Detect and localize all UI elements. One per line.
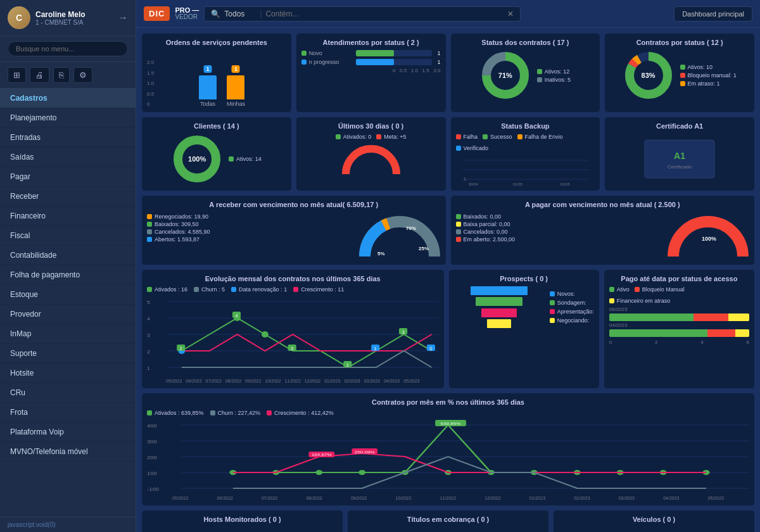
car-icon xyxy=(559,527,749,532)
sidebar-item-estoque[interactable]: Estoque xyxy=(0,285,136,305)
toolbar-print-btn[interactable]: 🖨 xyxy=(30,67,49,83)
widget-a-receber: A receber com vencimento no mês atual( 6… xyxy=(141,195,446,265)
legend-ativos: Ativos: 12 xyxy=(545,68,570,75)
widget-ultimos30: Últimos 30 dias ( 0 ) Ativados: 0 Meta: … xyxy=(296,117,446,191)
search-content-input[interactable] xyxy=(265,10,504,18)
search-clear-icon[interactable]: ✕ xyxy=(507,10,514,18)
a-receber-title: A receber com vencimento no mês atual( 6… xyxy=(147,201,441,208)
widget-ordens-pendentes: Ordens de serviços pendentes 2.01.51.00.… xyxy=(141,33,292,113)
svg-text:200: 200 xyxy=(147,455,157,460)
svg-text:250,09%: 250,09% xyxy=(355,450,376,455)
sidebar-item-suporte[interactable]: Suporte xyxy=(0,344,136,364)
sidebar-item-provedor[interactable]: Provedor xyxy=(0,305,136,324)
sidebar-item-voip[interactable]: Plataforma Voip xyxy=(0,422,136,442)
status-contratos-donut: 71% xyxy=(480,50,531,101)
svg-text:400: 400 xyxy=(147,423,157,428)
avatar: C xyxy=(8,6,30,29)
svg-text:-100: -100 xyxy=(147,486,159,491)
svg-text:3: 3 xyxy=(402,329,404,335)
sidebar-item-fiscal[interactable]: Fiscal xyxy=(0,226,136,246)
svg-text:1: 1 xyxy=(374,346,377,352)
sidebar-item-mvno[interactable]: MVNO/Telefonia móvel xyxy=(0,442,136,462)
sidebar-item-planejamento[interactable]: Planejamento xyxy=(0,108,136,128)
widget-status-backup: Status Backup Falha Sucesso Falha de Env… xyxy=(450,117,601,191)
clientes-percent: 100% xyxy=(188,155,206,163)
sidebar-item-entradas[interactable]: Entradas xyxy=(0,128,136,148)
svg-text:100: 100 xyxy=(147,471,157,476)
svg-text:30/04: 30/04 xyxy=(468,182,478,186)
svg-text:1: 1 xyxy=(147,365,150,371)
svg-text:5: 5 xyxy=(147,299,150,305)
server-icon xyxy=(147,527,338,532)
search-all-input[interactable] xyxy=(224,10,256,18)
widget-hosts: Hosts Monitorados ( 0 ) xyxy=(141,510,343,532)
legend-inativos: Inativos: 5 xyxy=(545,77,571,83)
toolbar-settings-btn[interactable]: ⚙ xyxy=(73,67,92,83)
legend-ativos12: Ativos: 10 xyxy=(688,64,713,70)
row2: Clientes ( 14 ) 100% Ativos: 14 Últimos … xyxy=(141,117,755,191)
logo-box: DIC xyxy=(144,6,170,21)
contratos-pct-title: Contratos por mês em % nos últimos 365 d… xyxy=(147,398,749,406)
pro-vedor-logo: PRO — VEDOR xyxy=(175,7,199,20)
toolbar-grid-btn[interactable]: ⊞ xyxy=(8,67,26,83)
svg-text:639,85%: 639,85% xyxy=(441,422,462,426)
sidebar-item-receber[interactable]: Receber xyxy=(0,187,136,206)
evolucao-title: Evolução mensal dos contratos nos último… xyxy=(147,275,439,282)
widget-evolucao: Evolução mensal dos contratos nos último… xyxy=(141,269,445,389)
svg-text:5%: 5% xyxy=(377,251,385,256)
user-details: Caroline Melo 1 - CMBNET S/A xyxy=(35,10,86,26)
clientes-title: Clientes ( 14 ) xyxy=(147,122,286,130)
atendimentos-title: Atendimentos por status ( 2 ) xyxy=(301,39,441,46)
topbar-search[interactable]: 🔍 | ✕ xyxy=(204,6,521,22)
sidebar-toolbar: ⊞ 🖨 ⎘ ⚙ xyxy=(0,62,136,89)
sidebar-item-saidas[interactable]: Saídas xyxy=(0,148,136,167)
row3: A receber com vencimento no mês atual( 6… xyxy=(141,195,755,265)
search-input[interactable] xyxy=(8,41,128,56)
legend-bloqueio12: Bloqueio manual: 1 xyxy=(688,72,737,79)
sidebar-item-financeiro[interactable]: Financeiro xyxy=(0,206,136,226)
user-info: C Caroline Melo 1 - CMBNET S/A xyxy=(8,6,86,29)
widget-contratos-status12: Contratos por status ( 12 ) 83% Ativos: … xyxy=(604,33,755,113)
svg-text:3: 3 xyxy=(147,332,150,338)
ordens-title: Ordens de serviços pendentes xyxy=(147,39,286,46)
widget-certificado-a1: Certificado A1 A1 Certificado xyxy=(604,117,755,191)
sidebar-item-pagar[interactable]: Pagar xyxy=(0,167,136,187)
sidebar-item-cadastros[interactable]: Cadastros xyxy=(0,89,136,108)
svg-text:01/05: 01/05 xyxy=(512,182,522,186)
sidebar-item-frota[interactable]: Frota xyxy=(0,403,136,422)
user-name: Caroline Melo xyxy=(35,10,86,19)
sidebar-item-contabilidade[interactable]: Contabilidade xyxy=(0,246,136,265)
sidebar-item-folha[interactable]: Folha de pagamento xyxy=(0,265,136,285)
sidebar-item-inmap[interactable]: InMap xyxy=(0,324,136,344)
widget-clientes: Clientes ( 14 ) 100% Ativos: 14 xyxy=(141,117,292,191)
sidebar-header: C Caroline Melo 1 - CMBNET S/A → xyxy=(0,0,136,36)
logout-icon[interactable]: → xyxy=(118,12,128,23)
row1: Ordens de serviços pendentes 2.01.51.00.… xyxy=(141,33,755,113)
prospects-funnel xyxy=(471,286,528,328)
search-icon: 🔍 xyxy=(211,10,220,18)
sidebar-item-hotsite[interactable]: Hotsite xyxy=(0,364,136,383)
svg-text:Certificado: Certificado xyxy=(668,164,692,170)
widget-contratos-pct: Contratos por mês em % nos últimos 365 d… xyxy=(141,393,755,506)
svg-text:300: 300 xyxy=(147,439,157,444)
sidebar-item-cru[interactable]: CRu xyxy=(0,383,136,403)
widget-titulos: Títulos em cobrança ( 0 ) $ xyxy=(347,510,549,532)
legend-atraso12: Em atraso: 1 xyxy=(688,80,720,87)
pago-data-title: Pago até data por status de acesso xyxy=(609,275,749,282)
toolbar-share-btn[interactable]: ⎘ xyxy=(53,67,70,83)
svg-text:1: 1 xyxy=(463,177,466,181)
row4: Evolução mensal dos contratos nos último… xyxy=(141,269,755,389)
pago-data-bar2 xyxy=(609,329,749,337)
svg-point-34 xyxy=(262,331,269,338)
svg-text:70%: 70% xyxy=(406,225,416,231)
row6: Hosts Monitorados ( 0 ) Títulos em cobra… xyxy=(141,510,755,532)
svg-text:100%: 100% xyxy=(702,236,716,242)
dashboard-label[interactable]: Dashboard principal xyxy=(674,6,752,22)
contratos-status12-donut: 83% xyxy=(623,50,674,101)
status-contratos-title: Status dos contratos ( 17 ) xyxy=(456,39,595,46)
svg-text:164,67%: 164,67% xyxy=(312,453,332,457)
topbar: DIC PRO — VEDOR 🔍 | ✕ Dashboard principa… xyxy=(136,0,760,28)
svg-text:0: 0 xyxy=(429,346,432,352)
widget-veiculos: Veículos ( 0 ) xyxy=(553,510,755,532)
user-sub: 1 - CMBNET S/A xyxy=(35,19,86,26)
